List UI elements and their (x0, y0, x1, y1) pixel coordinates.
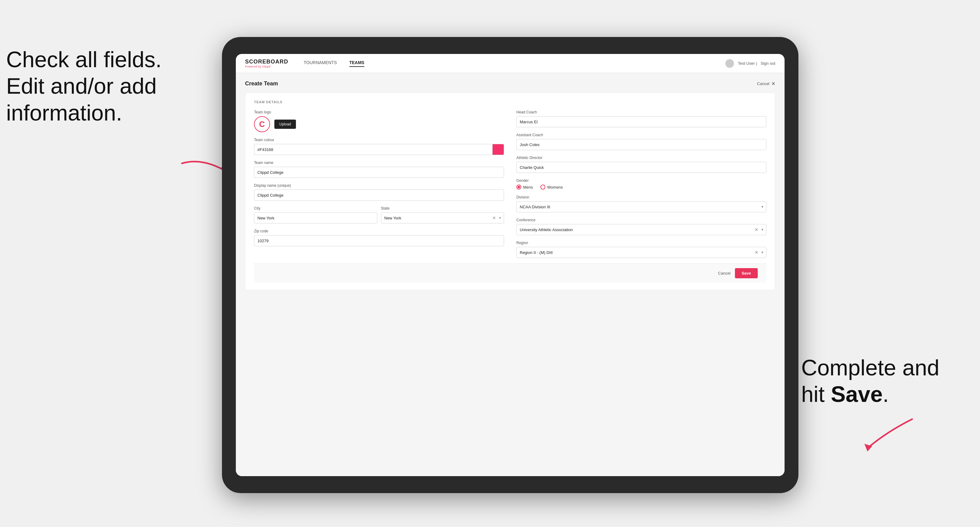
arrow-right-icon (851, 413, 918, 459)
form-card: TEAM DETAILS Team logo C Upload (245, 92, 775, 290)
athletic-director-label: Athletic Director (516, 156, 766, 160)
zip-input[interactable] (254, 235, 504, 246)
gender-womens-label: Womens (547, 185, 563, 189)
form-columns: Team logo C Upload Team colour (254, 110, 766, 264)
annotation-line3: information. (6, 100, 122, 125)
display-name-input[interactable] (254, 189, 504, 201)
right-column: Head Coach Assistant Coach Athletic Dire… (516, 110, 766, 264)
state-group: State New York ✕ ▾ (381, 206, 504, 224)
team-colour-label: Team colour (254, 138, 504, 142)
annotation-right-line1: Complete and (801, 356, 939, 380)
page-title: Create Team (245, 81, 278, 87)
signout-link[interactable]: Sign out (760, 61, 775, 66)
display-name-group: Display name (unique) (254, 183, 504, 201)
conference-select-wrap: University Athletic Association ✕ ▾ (516, 224, 766, 235)
team-colour-group: Team colour (254, 138, 504, 155)
region-clear-icon[interactable]: ✕ (755, 250, 758, 255)
cancel-header-label: Cancel (757, 81, 770, 86)
head-coach-input[interactable] (516, 116, 766, 127)
team-name-label: Team name (254, 160, 504, 165)
cancel-header-button[interactable]: Cancel ✕ (757, 81, 775, 87)
city-state-row: City State New York ✕ ▾ (254, 206, 504, 224)
conference-group: Conference University Athletic Associati… (516, 218, 766, 235)
annotation-left: Check all fields. Edit and/or add inform… (6, 46, 191, 126)
user-avatar (725, 59, 734, 68)
athletic-director-group: Athletic Director (516, 156, 766, 173)
tablet-screen: SCOREBOARD Powered by clippd TOURNAMENTS… (236, 54, 784, 476)
display-name-label: Display name (unique) (254, 183, 504, 188)
state-select[interactable]: New York (381, 212, 504, 224)
assistant-coach-group: Assistant Coach (516, 133, 766, 150)
logo-text: SCOREBOARD (245, 59, 288, 65)
region-select-wrap: Region II - (M) DIII ✕ ▾ (516, 247, 766, 258)
gender-mens-radio[interactable]: Mens (516, 185, 533, 189)
state-select-wrap: New York ✕ ▾ (381, 212, 504, 224)
logo-area: SCOREBOARD Powered by clippd (245, 59, 288, 68)
conference-label: Conference (516, 218, 766, 222)
gender-womens-radio[interactable]: Womens (540, 185, 563, 189)
save-button[interactable]: Save (735, 268, 758, 278)
cancel-x-icon: ✕ (771, 81, 775, 87)
section-label: TEAM DETAILS (254, 100, 766, 104)
team-logo-group: Team logo C Upload (254, 110, 504, 132)
gender-group: Gender Mens Womens (516, 178, 766, 189)
color-input-wrap (254, 144, 504, 155)
division-select-wrap: NCAA Division III ▾ (516, 201, 766, 212)
gender-label: Gender (516, 178, 766, 183)
team-name-group: Team name (254, 160, 504, 178)
form-footer: Cancel Save (254, 264, 766, 283)
radio-womens-dot (540, 185, 545, 189)
color-swatch[interactable] (492, 144, 504, 155)
city-input[interactable] (254, 212, 377, 224)
team-logo-circle: C (254, 116, 270, 132)
city-label: City (254, 206, 377, 211)
state-clear-icon[interactable]: ✕ (492, 216, 496, 221)
annotation-right-end: . (883, 382, 889, 406)
city-group: City (254, 206, 377, 224)
head-coach-label: Head Coach (516, 110, 766, 114)
nav-links: TOURNAMENTS TEAMS (304, 60, 725, 67)
conference-select[interactable]: University Athletic Association (516, 224, 766, 235)
head-coach-group: Head Coach (516, 110, 766, 127)
team-logo-label: Team logo (254, 110, 504, 114)
division-label: Division (516, 195, 766, 199)
annotation-line1: Check all fields. (6, 47, 162, 72)
state-label: State (381, 206, 504, 211)
zip-group: Zip code (254, 229, 504, 246)
content-area: Create Team Cancel ✕ TEAM DETAILS Team l… (236, 73, 784, 476)
annotation-right: Complete and hit Save. (801, 354, 961, 408)
assistant-coach-label: Assistant Coach (516, 133, 766, 137)
nav-tournaments[interactable]: TOURNAMENTS (304, 60, 337, 67)
annotation-right-line2: hit (801, 382, 831, 406)
division-group: Division NCAA Division III ▾ (516, 195, 766, 212)
region-group: Region Region II - (M) DIII ✕ ▾ (516, 241, 766, 258)
upload-button[interactable]: Upload (274, 119, 296, 129)
zip-label: Zip code (254, 229, 504, 233)
nav-right: Test User | Sign out (725, 59, 775, 68)
gender-row: Mens Womens (516, 185, 766, 189)
user-name: Test User | (738, 61, 757, 66)
tablet-shell: SCOREBOARD Powered by clippd TOURNAMENTS… (222, 37, 799, 493)
radio-mens-dot (516, 185, 521, 189)
conference-clear-icon[interactable]: ✕ (755, 227, 758, 232)
team-name-input[interactable] (254, 167, 504, 178)
team-colour-input[interactable] (254, 144, 492, 155)
annotation-right-bold: Save (831, 382, 883, 406)
assistant-coach-input[interactable] (516, 139, 766, 150)
top-navigation: SCOREBOARD Powered by clippd TOURNAMENTS… (236, 54, 784, 73)
gender-mens-label: Mens (523, 185, 533, 189)
create-team-header: Create Team Cancel ✕ (245, 81, 775, 87)
nav-teams[interactable]: TEAMS (349, 60, 364, 67)
left-column: Team logo C Upload Team colour (254, 110, 504, 264)
logo-upload-area: C Upload (254, 116, 504, 132)
region-label: Region (516, 241, 766, 245)
cancel-footer-button[interactable]: Cancel (718, 271, 730, 276)
division-select[interactable]: NCAA Division III (516, 201, 766, 212)
logo-sub: Powered by clippd (245, 65, 288, 68)
annotation-line2: Edit and/or add (6, 74, 157, 98)
athletic-director-input[interactable] (516, 162, 766, 173)
region-select[interactable]: Region II - (M) DIII (516, 247, 766, 258)
